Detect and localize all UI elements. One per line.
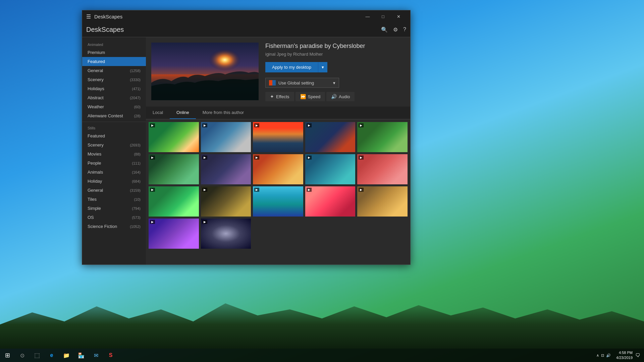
video-badge-4: ▶ <box>307 123 312 127</box>
sidebar-item-scifi[interactable]: Science Fiction (1052) <box>82 222 146 231</box>
gallery-item-13[interactable]: ▶ <box>253 186 303 217</box>
help-icon[interactable]: ? <box>403 26 406 33</box>
preview-info: Fisherman's paradise by Cyberslober igin… <box>265 43 405 101</box>
maximize-button[interactable]: □ <box>375 10 391 22</box>
gallery-item-14[interactable]: ▶ <box>305 186 356 217</box>
tab-online[interactable]: Online <box>170 107 196 119</box>
sidebar-item-os[interactable]: OS (573) <box>82 213 146 222</box>
sidebar-item-abstract[interactable]: Abstract (2047) <box>82 93 146 102</box>
sidebar-item-tiles[interactable]: Tiles (10) <box>82 195 146 204</box>
tab-local[interactable]: Local <box>146 107 170 119</box>
gallery-item-7[interactable]: ▶ <box>201 154 251 184</box>
video-badge-7: ▶ <box>202 156 207 160</box>
speed-tab-button[interactable]: ⏩ Speed <box>296 92 325 101</box>
sidebar-count-scenery-stills: (2693) <box>130 143 141 147</box>
chevron-up-icon[interactable]: ∧ <box>596 353 599 358</box>
gallery-item-9[interactable]: ▶ <box>305 154 356 184</box>
taskbar-edge[interactable]: e <box>44 349 59 362</box>
sidebar-item-simple[interactable]: Simple (794) <box>82 204 146 213</box>
gallery-item-16[interactable]: ▶ <box>149 219 199 249</box>
audio-label: Audio <box>339 94 350 99</box>
video-icon-17: ▶ <box>204 220 206 224</box>
video-icon-12: ▶ <box>204 188 206 191</box>
sidebar-label-holidays: Holidays <box>88 86 104 91</box>
sidebar-count-os: (573) <box>132 216 141 220</box>
gallery-item-3[interactable]: ▶ <box>253 122 303 152</box>
gallery-item-8[interactable]: ▶ <box>253 154 303 184</box>
video-icon-15: ▶ <box>360 188 362 191</box>
sidebar-item-movies[interactable]: Movies (88) <box>82 149 146 159</box>
sidebar-item-featured-stills[interactable]: Featured <box>82 131 146 140</box>
sidebar-label-premium: Premium <box>88 50 105 55</box>
taskbar-system-icons: ∧ ⊡ 🔊 <box>596 353 611 358</box>
sidebar-count-holidays: (471) <box>132 87 141 91</box>
effects-icon: ✦ <box>270 94 274 99</box>
gallery-item-15[interactable]: ▶ <box>357 186 408 217</box>
gallery-item-5[interactable]: ▶ <box>357 122 408 152</box>
taskbar-explorer[interactable]: 📁 <box>59 349 74 362</box>
audio-tab-button[interactable]: 🔊 Audio <box>326 92 355 101</box>
sidebar-label-holiday-stills: Holiday <box>88 179 102 184</box>
taskview-button[interactable]: ⬚ <box>30 349 44 362</box>
mail-icon: ✉ <box>94 352 98 359</box>
sidebar-label-tiles: Tiles <box>88 197 97 202</box>
gallery-item-1[interactable]: ▶ <box>149 122 199 152</box>
menu-icon[interactable]: ☰ <box>86 13 91 20</box>
sidebar-label-weather-animated: Weather <box>88 104 104 109</box>
video-badge-10: ▶ <box>359 156 364 160</box>
apply-button-group: Apply to my desktop ▾ <box>265 62 405 72</box>
gallery-item-4[interactable]: ▶ <box>305 122 356 152</box>
minimize-button[interactable]: — <box>360 10 375 22</box>
gallery-item-11[interactable]: ▶ <box>149 186 199 217</box>
global-setting-select[interactable]: Use Global setting ▾ <box>265 78 339 88</box>
taskbar-store[interactable]: 🏪 <box>74 349 89 362</box>
sidebar-count-general-stills: (3159) <box>130 188 141 192</box>
gallery-item-17[interactable]: ▶ <box>201 219 251 249</box>
gallery-item-10[interactable]: ▶ <box>357 154 408 184</box>
sidebar-item-weather-animated[interactable]: Weather (60) <box>82 102 146 111</box>
notification-icon[interactable]: 🗨 <box>635 353 640 358</box>
sidebar-item-holiday-stills[interactable]: Holiday (684) <box>82 177 146 186</box>
sidebar-item-holidays[interactable]: Holidays (471) <box>82 84 146 93</box>
app-s-icon: S <box>109 352 113 358</box>
taskbar-right: ∧ ⊡ 🔊 4:58 PM 4/23/2019 🗨 <box>596 350 644 361</box>
toolbar: DeskScapes 🔍 ⚙ ? <box>82 22 410 37</box>
tab-more-from-author[interactable]: More from this author <box>196 107 251 119</box>
sidebar-item-general-stills[interactable]: General (3159) <box>82 186 146 195</box>
close-button[interactable]: ✕ <box>391 10 406 22</box>
gallery-item-12[interactable]: ▶ <box>201 186 251 217</box>
apply-dropdown-button[interactable]: ▾ <box>318 62 327 72</box>
sidebar-item-scenery-animated[interactable]: Scenery (3330) <box>82 75 146 84</box>
video-icon-13: ▶ <box>256 188 258 191</box>
sidebar-item-premium[interactable]: Premium <box>82 48 146 57</box>
sidebar-item-people[interactable]: People (111) <box>82 159 146 168</box>
settings-icon[interactable]: ⚙ <box>393 26 398 33</box>
search-icon[interactable]: 🔍 <box>381 26 388 33</box>
search-button[interactable]: ⊙ <box>15 349 30 362</box>
effects-tab-button[interactable]: ✦ Effects <box>265 92 294 101</box>
start-button[interactable]: ⊞ <box>0 349 15 362</box>
apply-button[interactable]: Apply to my desktop <box>265 62 318 72</box>
taskbar-mail[interactable]: ✉ <box>89 349 103 362</box>
sidebar-count-alienware: (28) <box>134 114 141 118</box>
sidebar-item-scenery-stills[interactable]: Scenery (2693) <box>82 140 146 149</box>
desktop-silhouette <box>0 288 644 349</box>
sidebar-count-movies: (88) <box>134 152 141 156</box>
taskbar-app-s[interactable]: S <box>103 349 118 362</box>
speed-label: Speed <box>308 94 321 99</box>
sidebar-count-weather-animated: (60) <box>134 105 141 109</box>
sidebar-item-alienware[interactable]: Alienware Contest (28) <box>82 111 146 120</box>
sidebar-count-tiles: (10) <box>134 197 141 201</box>
video-badge-16: ▶ <box>150 220 155 224</box>
sidebar-label-featured-animated: Featured <box>88 59 105 64</box>
sidebar-item-featured-animated[interactable]: Featured <box>82 57 146 66</box>
video-badge-15: ▶ <box>359 188 364 192</box>
taskbar-clock[interactable]: 4:58 PM 4/23/2019 <box>616 350 633 361</box>
network-icon: ⊡ <box>601 353 604 358</box>
sidebar-item-general-animated[interactable]: General (1258) <box>82 66 146 75</box>
gallery-item-2[interactable]: ▶ <box>201 122 251 152</box>
main-panel: Fisherman's paradise by Cyberslober igin… <box>146 37 410 264</box>
preview-image <box>151 43 259 100</box>
gallery-item-6[interactable]: ▶ <box>149 154 199 184</box>
sidebar-item-animals[interactable]: Animals (164) <box>82 168 146 177</box>
